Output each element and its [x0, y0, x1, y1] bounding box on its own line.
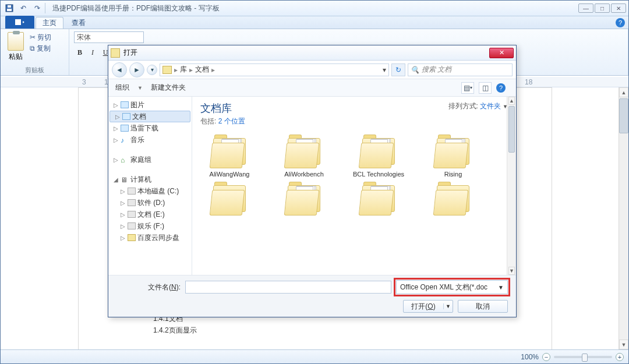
maximize-button[interactable]: □: [595, 3, 610, 13]
dialog-help-icon[interactable]: ?: [496, 83, 506, 93]
folder-name: AliWorkbench: [284, 170, 324, 178]
folder-icon: [209, 182, 250, 215]
sort-link[interactable]: 文件夹: [480, 102, 501, 110]
redo-icon[interactable]: ↷: [31, 2, 44, 14]
folder-item[interactable]: BCL Technologies: [349, 135, 408, 178]
save-icon[interactable]: [3, 2, 16, 14]
filename-input[interactable]: [185, 281, 391, 294]
folder-icon: [209, 135, 250, 168]
svg-rect-2: [8, 5, 11, 8]
dialog-nav: ◄ ► ▾ ▸ 库 ▸ 文档 ▸ ▾ ↻ 🔍 搜索 文档: [108, 61, 516, 79]
dialog-close-button[interactable]: ✕: [489, 48, 514, 58]
open-button[interactable]: 打开(O)▼: [403, 300, 453, 313]
font-name-combo[interactable]: 宋体: [74, 31, 144, 43]
file-scroll-thumb[interactable]: [508, 106, 515, 153]
italic-button[interactable]: I: [87, 47, 98, 58]
cut-button[interactable]: ✂剪切: [30, 32, 51, 43]
minimize-button[interactable]: —: [578, 3, 593, 13]
paste-button[interactable]: 粘贴: [4, 31, 27, 62]
copy-icon: ⧉: [30, 44, 35, 52]
folder-item[interactable]: Rising: [424, 135, 482, 178]
tree-drive-c[interactable]: ▷本地磁盘 (C:): [108, 185, 192, 197]
folder-icon: [283, 135, 325, 168]
library-title: 文档库: [200, 101, 245, 115]
vertical-scrollbar[interactable]: ▲ ▼: [619, 87, 628, 349]
filetype-combo[interactable]: Office Open XML 文档(*.doc ▼: [396, 280, 508, 294]
tree-music[interactable]: ▷♪音乐: [108, 134, 192, 146]
close-button[interactable]: ✕: [611, 3, 626, 13]
file-scroll-down-icon[interactable]: ▼: [508, 267, 515, 275]
scroll-down-icon[interactable]: ▼: [619, 340, 628, 349]
folder-icon: [432, 182, 474, 215]
zoom-out-button[interactable]: −: [542, 353, 550, 361]
statusbar: 100% − +: [1, 349, 628, 363]
tree-computer[interactable]: ◢🖥计算机: [108, 174, 192, 185]
folder-icon: [111, 48, 120, 58]
open-dialog: 打开 ✕ ◄ ► ▾ ▸ 库 ▸ 文档 ▸ ▾ ↻ 🔍 搜索 文档 组织▼ 新建…: [108, 45, 517, 317]
folder-name: AliWangWang: [210, 170, 250, 178]
file-scroll-up-icon[interactable]: ▲: [508, 97, 515, 105]
folder-item[interactable]: [200, 182, 259, 217]
folder-icon: [358, 182, 400, 215]
paste-label: 粘贴: [9, 52, 23, 62]
folder-icon: [432, 135, 474, 168]
svg-rect-3: [15, 19, 21, 25]
quick-access-toolbar: ↶ ↷: [3, 2, 45, 14]
dialog-bottom: 文件名(N): Office Open XML 文档(*.doc ▼ 打开(O)…: [108, 275, 516, 317]
scroll-up-icon[interactable]: ▲: [619, 87, 628, 97]
dialog-toolbar: 组织▼ 新建文件夹 ▤▾ ◫ ?: [108, 79, 516, 97]
search-input[interactable]: 🔍 搜索 文档: [408, 63, 513, 76]
folder-item[interactable]: AliWorkbench: [275, 135, 333, 178]
scissors-icon: ✂: [30, 33, 36, 41]
folder-icon: [358, 135, 400, 168]
chevron-down-icon: ▼: [498, 284, 504, 291]
filename-label: 文件名(N):: [116, 282, 181, 292]
folder-item[interactable]: AliWangWang: [200, 135, 259, 178]
window-title: 迅捷PDF编辑器使用手册：PDF编辑图文攻略 - 写字板: [52, 3, 220, 13]
library-icon: [162, 66, 172, 74]
copy-button[interactable]: ⧉复制: [30, 43, 51, 54]
tab-view[interactable]: 查看: [65, 17, 93, 29]
back-button[interactable]: ◄: [112, 62, 127, 77]
organize-button[interactable]: 组织: [115, 83, 129, 93]
tree-drive-e[interactable]: ▷文档 (E:): [108, 208, 192, 220]
svg-rect-1: [7, 9, 12, 11]
ribbon-tabs: 主页 查看 ?: [1, 16, 628, 29]
tree-drive-d[interactable]: ▷软件 (D:): [108, 197, 192, 208]
tree-baidu[interactable]: ▷百度云同步盘: [108, 232, 192, 243]
tab-home[interactable]: 主页: [36, 17, 63, 29]
recent-button[interactable]: ▾: [147, 65, 157, 75]
folder-item[interactable]: [275, 182, 333, 217]
help-icon[interactable]: ?: [616, 18, 625, 27]
scroll-thumb[interactable]: [619, 98, 628, 133]
clipboard-icon: [8, 32, 24, 51]
zoom-in-button[interactable]: +: [616, 353, 624, 361]
zoom-slider[interactable]: [554, 356, 612, 358]
tree-documents[interactable]: ▷文档: [109, 111, 190, 122]
refresh-button[interactable]: ↻: [391, 63, 405, 76]
clipboard-group-label: 剪贴板: [4, 65, 65, 75]
nav-tree: ▷图片 ▷文档 ▷迅雷下载 ▷♪音乐 ▷⌂家庭组 ◢🖥计算机 ▷本地磁盘 (C:…: [108, 97, 192, 275]
breadcrumb[interactable]: ▸ 库 ▸ 文档 ▸ ▾: [160, 63, 389, 76]
cancel-button[interactable]: 取消: [458, 300, 508, 313]
tree-homegroup[interactable]: ▷⌂家庭组: [108, 154, 192, 165]
tree-xunlei[interactable]: ▷迅雷下载: [108, 122, 192, 134]
titlebar: ↶ ↷ 迅捷PDF编辑器使用手册：PDF编辑图文攻略 - 写字板 — □ ✕: [1, 1, 628, 16]
locations-link[interactable]: 2 个位置: [218, 117, 245, 125]
search-icon: 🔍: [411, 66, 419, 74]
file-scrollbar[interactable]: ▲ ▼: [507, 97, 516, 275]
view-button[interactable]: ▤▾: [461, 82, 474, 94]
folder-item[interactable]: [349, 182, 408, 217]
folder-item[interactable]: [424, 182, 482, 217]
tree-pictures[interactable]: ▷图片: [108, 99, 192, 111]
dialog-titlebar: 打开 ✕: [108, 45, 516, 61]
newfolder-button[interactable]: 新建文件夹: [151, 83, 186, 93]
forward-button[interactable]: ►: [129, 62, 144, 77]
preview-button[interactable]: ◫: [479, 82, 492, 94]
undo-icon[interactable]: ↶: [17, 2, 30, 14]
file-tab[interactable]: [5, 16, 34, 29]
folder-name: BCL Technologies: [353, 170, 404, 178]
file-list: 文档库 包括: 2 个位置 排列方式: 文件夹 ▼ AliWangWangAli…: [192, 97, 516, 275]
tree-drive-f[interactable]: ▷娱乐 (F:): [108, 220, 192, 232]
bold-button[interactable]: B: [74, 47, 86, 58]
